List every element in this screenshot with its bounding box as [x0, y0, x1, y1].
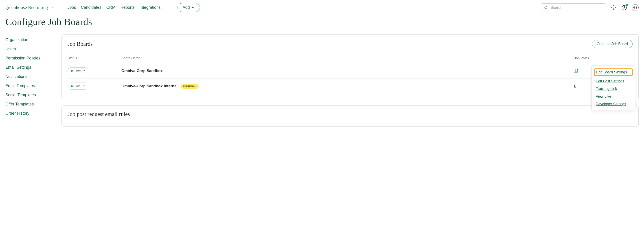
add-button-label: Add — [183, 5, 190, 10]
top-bar: greenhouse Recruiting Jobs Candidates CR… — [0, 0, 644, 15]
main-content: Job Boards Create a Job Board Status Boa… — [62, 34, 638, 133]
chevron-down-icon — [82, 85, 85, 87]
status-selector[interactable]: Live — [68, 67, 88, 74]
panel-header: Job Boards Create a Job Board — [68, 40, 632, 48]
board-name: Omniva-Corp Sandbox — [122, 69, 163, 73]
nav-integrations[interactable]: Integrations — [140, 5, 161, 10]
panel-title: Job Boards — [68, 41, 93, 47]
sidebar-item-permission-policies[interactable]: Permission Policies — [6, 54, 52, 63]
status-label: Live — [74, 84, 81, 88]
table-row: Live Omniva-Corp Sandbox Internal INTERN… — [68, 78, 632, 94]
chevron-down-icon — [192, 6, 195, 9]
table-header-row: Status Board Name Job Posts — [68, 54, 632, 63]
sidebar-item-social-templates[interactable]: Social Templates — [6, 90, 52, 100]
table-row: Live Omniva-Corp Sandbox 14 — [68, 63, 632, 78]
svg-point-4 — [624, 8, 624, 9]
sidebar-item-offer-templates[interactable]: Offer Templates — [6, 100, 52, 109]
job-boards-table: Status Board Name Job Posts Live — [68, 54, 632, 94]
status-label: Live — [74, 69, 81, 73]
search-icon — [544, 6, 548, 10]
chevron-down-icon — [82, 70, 85, 72]
sidebar-item-notifications[interactable]: Notifications — [6, 72, 52, 81]
chevron-down-icon — [50, 6, 53, 9]
sidebar-item-email-templates[interactable]: Email Templates — [6, 81, 52, 90]
create-job-board-button[interactable]: Create a Job Board — [592, 40, 632, 48]
board-name: Omniva-Corp Sandbox Internal — [122, 84, 178, 88]
page-body: Organization Users Permission Policies E… — [0, 30, 644, 137]
help-icon — [622, 5, 627, 10]
col-header-name: Board Name — [122, 56, 574, 60]
settings-sidebar: Organization Users Permission Policies E… — [6, 34, 52, 133]
row-actions-menu: Edit Board Settings Edit Post Settings T… — [592, 66, 635, 110]
sidebar-item-users[interactable]: Users — [6, 44, 52, 54]
svg-point-0 — [544, 6, 547, 8]
menu-developer-settings[interactable]: Developer Settings — [594, 100, 633, 108]
col-header-status: Status — [68, 56, 122, 60]
avatar-initials: GS — [633, 6, 637, 9]
internal-badge: INTERNAL — [181, 84, 199, 89]
nav-crm[interactable]: CRM — [106, 5, 116, 10]
svg-point-2 — [613, 7, 614, 8]
job-posts-count-link[interactable]: 0 — [574, 84, 576, 88]
sidebar-item-email-settings[interactable]: Email Settings — [6, 63, 52, 72]
sidebar-item-order-history[interactable]: Order History — [6, 109, 52, 118]
search-input[interactable] — [550, 6, 602, 10]
user-avatar[interactable]: GS — [632, 4, 638, 11]
help-button[interactable] — [621, 4, 628, 11]
page-title: Configure Job Boards — [0, 15, 644, 30]
menu-edit-post-settings[interactable]: Edit Post Settings — [594, 78, 633, 85]
status-dot-icon — [71, 85, 73, 87]
menu-view-live[interactable]: View Live — [594, 93, 633, 100]
notification-dot-icon — [626, 4, 628, 6]
panel-title: Job post request email rules — [68, 111, 632, 117]
menu-edit-board-settings[interactable]: Edit Board Settings — [594, 68, 633, 76]
brand-logo: greenhouse Recruiting — [6, 5, 48, 10]
sidebar-item-organization[interactable]: Organization — [6, 35, 52, 44]
settings-button[interactable] — [610, 4, 616, 11]
brand-part2: Recruiting — [28, 5, 48, 10]
svg-line-1 — [546, 8, 548, 9]
brand-part1: greenhouse — [6, 5, 27, 10]
main-nav: Jobs Candidates CRM Reports Integrations — [68, 5, 161, 10]
status-dot-icon — [71, 70, 73, 72]
add-button[interactable]: Add — [178, 3, 200, 12]
col-header-posts: Job Posts — [574, 56, 619, 60]
status-selector[interactable]: Live — [68, 82, 88, 90]
nav-jobs[interactable]: Jobs — [68, 5, 76, 10]
gear-icon — [611, 5, 616, 10]
email-rules-panel: Job post request email rules — [62, 106, 638, 126]
search-box[interactable] — [541, 3, 606, 12]
job-posts-count-link[interactable]: 14 — [574, 69, 578, 73]
menu-tracking-link[interactable]: Tracking Link — [594, 85, 633, 93]
nav-reports[interactable]: Reports — [120, 5, 135, 10]
job-boards-panel: Job Boards Create a Job Board Status Boa… — [62, 34, 638, 99]
brand-switcher[interactable]: greenhouse Recruiting — [6, 5, 53, 10]
nav-candidates[interactable]: Candidates — [81, 5, 102, 10]
